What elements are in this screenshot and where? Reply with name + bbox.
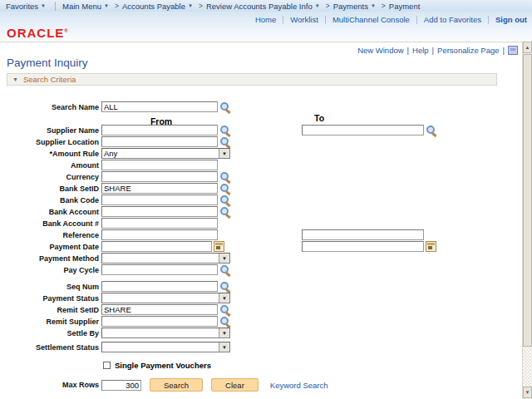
max-rows-label: Max Rows (0, 381, 101, 389)
dropdown-arrow-icon[interactable]: ▼ (219, 293, 229, 303)
supplier-location-input[interactable] (101, 136, 218, 147)
payment-status-select[interactable]: ▼ (101, 293, 230, 303)
bank-account-input[interactable] (101, 206, 218, 217)
breadcrumb-separator-icon: > (382, 2, 386, 10)
supplier-name-to-lookup-icon[interactable] (426, 125, 437, 135)
breadcrumb-accounts-payable[interactable]: Accounts Payable (122, 2, 185, 11)
seq-num-lookup-icon[interactable] (219, 281, 231, 292)
add-to-favorites-link[interactable]: Add to Favorites (424, 15, 481, 24)
help-link[interactable]: Help (412, 46, 429, 55)
page-link-divider: | (407, 46, 409, 55)
breadcrumb-main-menu[interactable]: Main Menu (62, 2, 101, 11)
payment-method-select[interactable]: ▼ (101, 253, 230, 264)
supplier-location-lookup-icon[interactable] (219, 136, 231, 147)
home-link[interactable]: Home (255, 15, 276, 24)
currency-input[interactable] (101, 171, 218, 182)
app-header: Home Worklist MultiChannel Console Add t… (0, 12, 532, 42)
amount-rule-select[interactable]: Any ▼ (101, 148, 230, 159)
seq-num-label: Seq Num (0, 283, 101, 291)
utility-divider (416, 16, 417, 24)
bank-code-lookup-icon[interactable] (219, 195, 231, 205)
settlement-status-label: Settlement Status (0, 343, 101, 352)
search-name-label: Search Name (0, 103, 101, 111)
accounts-payable-arrow-icon[interactable]: ▼ (188, 3, 193, 8)
worklist-link[interactable]: Worklist (290, 15, 318, 24)
supplier-name-from-lookup-icon[interactable] (219, 125, 231, 135)
reference-from-input[interactable] (101, 229, 218, 240)
remit-supplier-input[interactable] (101, 316, 218, 327)
payment-inquiry-screen: Favorites ▼ Main Menu ▼ > Accounts Payab… (0, 0, 532, 399)
remit-setid-input[interactable] (101, 304, 218, 315)
amount-input[interactable] (101, 160, 218, 170)
currency-lookup-icon[interactable] (219, 171, 231, 182)
scrollbar-thumb[interactable] (523, 54, 532, 347)
search-criteria-section-header[interactable]: ▼ Search Criteria (7, 73, 497, 86)
breadcrumb-review-ap-info[interactable]: Review Accounts Payable Info (206, 2, 313, 11)
remit-supplier-lookup-icon[interactable] (219, 316, 231, 327)
utility-divider (283, 16, 283, 24)
scroll-down-icon[interactable]: ▼ (523, 387, 532, 398)
section-label: Search Criteria (23, 75, 76, 84)
new-window-link[interactable]: New Window (357, 46, 403, 55)
from-to-header-row: From To (0, 113, 522, 124)
to-column-header: To (314, 113, 324, 123)
search-name-input[interactable] (101, 101, 218, 112)
keyword-search-link[interactable]: Keyword Search (270, 381, 328, 390)
vertical-scrollbar[interactable]: ▲ ▼ (522, 42, 532, 399)
favorites-menu[interactable]: Favorites (6, 2, 38, 11)
collapse-triangle-icon[interactable]: ▼ (12, 76, 18, 82)
settle-by-select[interactable]: ▼ (101, 328, 230, 338)
supplier-name-to-input[interactable] (302, 125, 424, 135)
reference-to-input[interactable] (302, 229, 424, 240)
single-payment-vouchers-checkbox[interactable] (103, 362, 111, 369)
dropdown-arrow-icon[interactable]: ▼ (219, 149, 229, 158)
main-menu-arrow-icon[interactable]: ▼ (104, 3, 109, 8)
seq-num-row: Seq Num (0, 281, 522, 292)
dropdown-arrow-icon[interactable]: ▼ (219, 328, 229, 337)
max-rows-input[interactable] (101, 380, 141, 391)
search-name-row: Search Name (0, 101, 522, 112)
dropdown-arrow-icon[interactable]: ▼ (219, 254, 229, 263)
payment-date-from-input[interactable] (101, 241, 212, 252)
amount-rule-row: *Amount Rule Any ▼ (0, 148, 522, 159)
page-title: Payment Inquiry (7, 57, 88, 69)
bank-setid-lookup-icon[interactable] (219, 183, 231, 194)
pay-cycle-lookup-icon[interactable] (219, 264, 231, 275)
reference-row: Reference (0, 229, 522, 240)
bank-account-lookup-icon[interactable] (219, 206, 231, 217)
supplier-location-row: Supplier Location (0, 136, 522, 147)
favorites-menu-arrow-icon[interactable]: ▼ (41, 3, 46, 8)
scroll-up-icon[interactable]: ▲ (523, 42, 532, 53)
bank-account-num-label: Bank Account # (0, 219, 101, 228)
supplier-name-from-input[interactable] (101, 125, 218, 135)
payment-date-to-calendar-icon[interactable] (426, 241, 436, 252)
search-name-lookup-icon[interactable] (219, 101, 231, 112)
bank-setid-input[interactable] (101, 183, 218, 194)
bank-code-input[interactable] (101, 195, 218, 205)
bank-account-num-input[interactable] (101, 218, 218, 229)
amount-row: Amount (0, 160, 522, 170)
breadcrumb-separator-icon: > (326, 2, 330, 10)
remit-setid-lookup-icon[interactable] (219, 304, 231, 315)
payment-date-to-input[interactable] (302, 241, 424, 252)
seq-num-input[interactable] (101, 281, 218, 292)
clear-button[interactable]: Clear (211, 378, 259, 392)
multichannel-console-link[interactable]: MultiChannel Console (332, 15, 410, 24)
bank-code-label: Bank Code (0, 196, 101, 204)
page-link-divider: | (503, 46, 505, 55)
utility-links: Home Worklist MultiChannel Console Add t… (255, 15, 527, 24)
dropdown-arrow-icon[interactable]: ▼ (219, 342, 229, 352)
bank-account-label: Bank Account (0, 208, 101, 216)
remit-setid-row: Remit SetID (0, 304, 522, 315)
payment-date-from-calendar-icon[interactable] (214, 241, 224, 252)
settlement-status-select[interactable]: ▼ (101, 342, 230, 352)
personalize-layout-icon[interactable] (508, 46, 518, 55)
breadcrumb-payment: Payment (389, 2, 421, 11)
search-button[interactable]: Search (150, 378, 203, 392)
personalize-page-link[interactable]: Personalize Page (437, 46, 499, 55)
sign-out-link[interactable]: Sign out (495, 15, 527, 24)
payments-arrow-icon[interactable]: ▼ (371, 3, 376, 8)
pay-cycle-input[interactable] (101, 264, 218, 275)
review-ap-info-arrow-icon[interactable]: ▼ (315, 3, 320, 8)
breadcrumb-payments[interactable]: Payments (333, 2, 368, 11)
